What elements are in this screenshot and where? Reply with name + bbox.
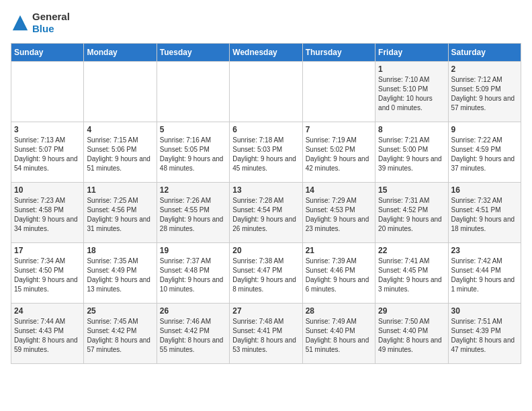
calendar-cell-4-1: 17Sunrise: 7:34 AM Sunset: 4:50 PM Dayli… — [11, 243, 84, 304]
day-info: Sunrise: 7:45 AM Sunset: 4:42 PM Dayligh… — [87, 317, 153, 355]
calendar-cell-1-1 — [11, 62, 84, 122]
calendar-cell-3-7: 16Sunrise: 7:32 AM Sunset: 4:51 PM Dayli… — [448, 183, 521, 243]
day-info: Sunrise: 7:29 AM Sunset: 4:53 PM Dayligh… — [306, 196, 372, 234]
day-info: Sunrise: 7:10 AM Sunset: 5:10 PM Dayligh… — [378, 75, 445, 113]
calendar-header-saturday: Saturday — [448, 44, 521, 62]
day-number: 7 — [306, 125, 372, 134]
day-number: 16 — [451, 185, 518, 195]
calendar-cell-5-3: 26Sunrise: 7:46 AM Sunset: 4:42 PM Dayli… — [157, 304, 229, 364]
day-number: 1 — [378, 64, 445, 74]
day-number: 28 — [306, 306, 372, 316]
day-number: 13 — [232, 185, 299, 195]
day-info: Sunrise: 7:32 AM Sunset: 4:51 PM Dayligh… — [451, 196, 518, 234]
day-info: Sunrise: 7:13 AM Sunset: 5:07 PM Dayligh… — [14, 136, 81, 173]
day-number: 27 — [232, 306, 299, 316]
day-number: 5 — [160, 125, 226, 134]
calendar-cell-4-3: 19Sunrise: 7:37 AM Sunset: 4:48 PM Dayli… — [157, 243, 229, 304]
calendar-header-row: SundayMondayTuesdayWednesdayThursdayFrid… — [11, 44, 521, 62]
day-info: Sunrise: 7:21 AM Sunset: 5:00 PM Dayligh… — [378, 136, 445, 173]
day-number: 14 — [306, 185, 372, 195]
calendar-cell-1-5 — [302, 62, 375, 122]
calendar-header-thursday: Thursday — [302, 44, 375, 62]
calendar-cell-4-2: 18Sunrise: 7:35 AM Sunset: 4:49 PM Dayli… — [84, 243, 157, 304]
calendar-week-3: 10Sunrise: 7:23 AM Sunset: 4:58 PM Dayli… — [11, 183, 521, 243]
day-info: Sunrise: 7:39 AM Sunset: 4:46 PM Dayligh… — [306, 257, 372, 294]
day-info: Sunrise: 7:37 AM Sunset: 4:48 PM Dayligh… — [160, 257, 226, 294]
day-number: 2 — [451, 64, 518, 74]
day-number: 11 — [87, 185, 153, 195]
calendar-cell-2-6: 8Sunrise: 7:21 AM Sunset: 5:00 PM Daylig… — [375, 122, 448, 183]
calendar-cell-5-6: 29Sunrise: 7:50 AM Sunset: 4:40 PM Dayli… — [375, 304, 448, 364]
day-number: 20 — [232, 246, 299, 255]
day-number: 10 — [14, 185, 81, 195]
day-info: Sunrise: 7:50 AM Sunset: 4:40 PM Dayligh… — [378, 317, 445, 355]
day-info: Sunrise: 7:51 AM Sunset: 4:39 PM Dayligh… — [451, 317, 518, 355]
day-info: Sunrise: 7:26 AM Sunset: 4:55 PM Dayligh… — [160, 196, 226, 234]
calendar-week-1: 1Sunrise: 7:10 AM Sunset: 5:10 PM Daylig… — [11, 62, 521, 122]
calendar-cell-1-3 — [157, 62, 229, 122]
calendar-header-friday: Friday — [375, 44, 448, 62]
day-info: Sunrise: 7:19 AM Sunset: 5:02 PM Dayligh… — [306, 136, 372, 173]
day-number: 4 — [87, 125, 153, 134]
calendar-cell-5-2: 25Sunrise: 7:45 AM Sunset: 4:42 PM Dayli… — [84, 304, 157, 364]
day-info: Sunrise: 7:18 AM Sunset: 5:03 PM Dayligh… — [232, 136, 299, 173]
day-number: 29 — [378, 306, 445, 316]
day-info: Sunrise: 7:12 AM Sunset: 5:09 PM Dayligh… — [451, 75, 518, 113]
calendar-cell-1-2 — [84, 62, 157, 122]
day-number: 19 — [160, 246, 226, 255]
calendar-cell-5-5: 28Sunrise: 7:49 AM Sunset: 4:40 PM Dayli… — [302, 304, 375, 364]
day-info: Sunrise: 7:34 AM Sunset: 4:50 PM Dayligh… — [14, 257, 81, 294]
calendar-cell-2-2: 4Sunrise: 7:15 AM Sunset: 5:06 PM Daylig… — [84, 122, 157, 183]
calendar-cell-5-4: 27Sunrise: 7:48 AM Sunset: 4:41 PM Dayli… — [230, 304, 302, 364]
calendar-cell-1-6: 1Sunrise: 7:10 AM Sunset: 5:10 PM Daylig… — [375, 62, 448, 122]
day-number: 26 — [160, 306, 226, 316]
day-number: 30 — [451, 306, 518, 316]
day-number: 21 — [306, 246, 372, 255]
day-number: 17 — [14, 246, 81, 255]
day-number: 22 — [378, 246, 445, 255]
day-number: 23 — [451, 246, 518, 255]
calendar-cell-2-5: 7Sunrise: 7:19 AM Sunset: 5:02 PM Daylig… — [302, 122, 375, 183]
day-info: Sunrise: 7:22 AM Sunset: 4:59 PM Dayligh… — [451, 136, 518, 173]
logo-text: General Blue — [32, 11, 70, 35]
calendar-cell-3-5: 14Sunrise: 7:29 AM Sunset: 4:53 PM Dayli… — [302, 183, 375, 243]
calendar-cell-5-1: 24Sunrise: 7:44 AM Sunset: 4:43 PM Dayli… — [11, 304, 84, 364]
day-info: Sunrise: 7:23 AM Sunset: 4:58 PM Dayligh… — [14, 196, 81, 234]
day-number: 3 — [14, 125, 81, 134]
day-info: Sunrise: 7:31 AM Sunset: 4:52 PM Dayligh… — [378, 196, 445, 234]
calendar-cell-4-4: 20Sunrise: 7:38 AM Sunset: 4:47 PM Dayli… — [230, 243, 302, 304]
day-number: 8 — [378, 125, 445, 134]
day-number: 6 — [232, 125, 299, 134]
day-number: 15 — [378, 185, 445, 195]
day-info: Sunrise: 7:28 AM Sunset: 4:54 PM Dayligh… — [232, 196, 299, 234]
logo-icon — [11, 13, 30, 32]
calendar-cell-3-6: 15Sunrise: 7:31 AM Sunset: 4:52 PM Dayli… — [375, 183, 448, 243]
calendar-header-tuesday: Tuesday — [157, 44, 229, 62]
calendar-week-5: 24Sunrise: 7:44 AM Sunset: 4:43 PM Dayli… — [11, 304, 521, 364]
calendar-cell-2-4: 6Sunrise: 7:18 AM Sunset: 5:03 PM Daylig… — [230, 122, 302, 183]
calendar-cell-4-6: 22Sunrise: 7:41 AM Sunset: 4:45 PM Dayli… — [375, 243, 448, 304]
day-info: Sunrise: 7:48 AM Sunset: 4:41 PM Dayligh… — [232, 317, 299, 355]
day-info: Sunrise: 7:44 AM Sunset: 4:43 PM Dayligh… — [14, 317, 81, 355]
calendar-cell-1-4 — [230, 62, 302, 122]
day-number: 25 — [87, 306, 153, 316]
day-number: 12 — [160, 185, 226, 195]
calendar-header-sunday: Sunday — [11, 44, 84, 62]
day-info: Sunrise: 7:41 AM Sunset: 4:45 PM Dayligh… — [378, 257, 445, 294]
day-number: 24 — [14, 306, 81, 316]
calendar-cell-2-3: 5Sunrise: 7:16 AM Sunset: 5:05 PM Daylig… — [157, 122, 229, 183]
calendar-cell-4-7: 23Sunrise: 7:42 AM Sunset: 4:44 PM Dayli… — [448, 243, 521, 304]
calendar-cell-1-7: 2Sunrise: 7:12 AM Sunset: 5:09 PM Daylig… — [448, 62, 521, 122]
calendar-cell-4-5: 21Sunrise: 7:39 AM Sunset: 4:46 PM Dayli… — [302, 243, 375, 304]
calendar-header-wednesday: Wednesday — [230, 44, 302, 62]
calendar-table: SundayMondayTuesdayWednesdayThursdayFrid… — [11, 43, 521, 364]
day-info: Sunrise: 7:46 AM Sunset: 4:42 PM Dayligh… — [160, 317, 226, 355]
day-number: 18 — [87, 246, 153, 255]
calendar-cell-2-7: 9Sunrise: 7:22 AM Sunset: 4:59 PM Daylig… — [448, 122, 521, 183]
calendar-cell-2-1: 3Sunrise: 7:13 AM Sunset: 5:07 PM Daylig… — [11, 122, 84, 183]
calendar-header-monday: Monday — [84, 44, 157, 62]
day-info: Sunrise: 7:38 AM Sunset: 4:47 PM Dayligh… — [232, 257, 299, 294]
day-info: Sunrise: 7:42 AM Sunset: 4:44 PM Dayligh… — [451, 257, 518, 294]
day-info: Sunrise: 7:15 AM Sunset: 5:06 PM Dayligh… — [87, 136, 153, 173]
day-info: Sunrise: 7:35 AM Sunset: 4:49 PM Dayligh… — [87, 257, 153, 294]
